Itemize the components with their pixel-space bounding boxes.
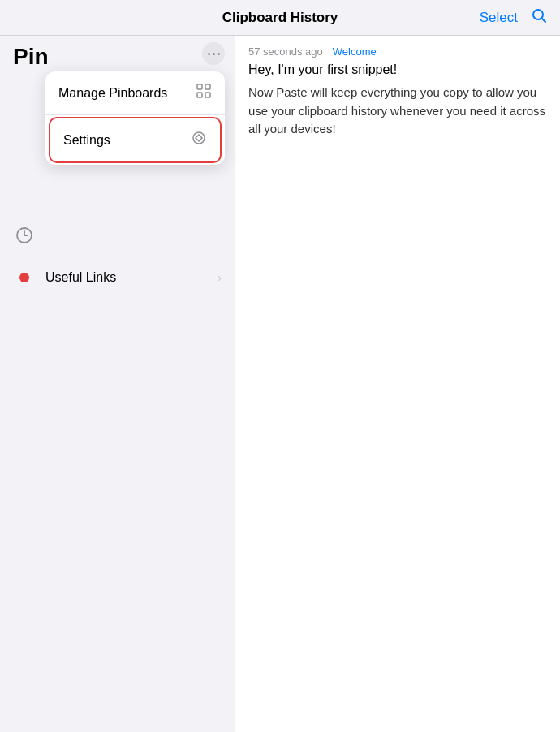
main-content: Pin Manage Pinboards (0, 36, 560, 732)
more-button[interactable] (202, 42, 225, 65)
app-container: Clipboard History Select Pin (0, 0, 560, 732)
clip-time: 57 seconds ago (248, 45, 323, 58)
header-actions: Select (480, 7, 547, 28)
svg-rect-2 (197, 84, 202, 89)
useful-links-label: Useful Links (45, 270, 208, 285)
clip-meta: 57 seconds ago Welcome (248, 45, 547, 58)
sidebar-title: Pin (13, 44, 49, 70)
menu-dropdown: Manage Pinboards Settings (45, 71, 225, 165)
svg-rect-3 (205, 84, 210, 89)
select-button[interactable]: Select (480, 10, 518, 26)
svg-line-1 (542, 19, 545, 22)
useful-links-icon (13, 266, 36, 289)
header-title: Clipboard History (222, 10, 338, 26)
sidebar-list: Useful Links › (0, 208, 235, 305)
svg-rect-4 (197, 93, 202, 97)
manage-pinboards-icon (196, 83, 212, 103)
settings-icon (191, 130, 207, 150)
header: Clipboard History Select (0, 0, 560, 36)
clock-icon (13, 224, 36, 247)
manage-pinboards-label: Manage Pinboards (58, 86, 196, 101)
chevron-right-icon: › (218, 271, 222, 284)
clip-title: Hey, I'm your first snippet! (248, 62, 547, 77)
sidebar-list-item-clock[interactable] (0, 214, 235, 256)
sidebar-list-item-useful-links[interactable]: Useful Links › (0, 256, 235, 299)
clip-tag: Welcome (333, 45, 377, 58)
clip-item: 57 seconds ago Welcome Hey, I'm your fir… (235, 36, 560, 149)
menu-item-settings[interactable]: Settings (50, 118, 220, 161)
sidebar: Pin Manage Pinboards (0, 36, 235, 732)
settings-label: Settings (63, 133, 191, 148)
clip-body: Now Paste will keep everything you copy … (248, 84, 547, 139)
more-dots-icon (208, 53, 220, 55)
right-panel: 57 seconds ago Welcome Hey, I'm your fir… (235, 36, 560, 732)
search-icon[interactable] (531, 7, 547, 28)
svg-point-0 (533, 10, 543, 19)
svg-rect-5 (205, 93, 210, 97)
settings-item-wrapper: Settings (49, 117, 222, 163)
menu-item-manage-pinboards[interactable]: Manage Pinboards (45, 71, 225, 115)
svg-marker-7 (196, 135, 202, 141)
